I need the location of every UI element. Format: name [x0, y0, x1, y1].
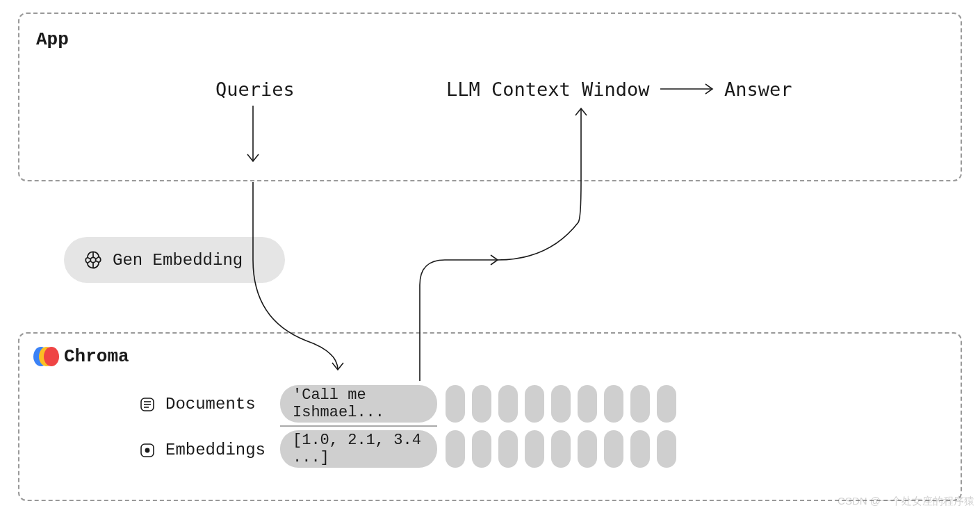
- emb-capsule-4: [525, 430, 544, 468]
- doc-capsule-5: [551, 385, 571, 423]
- chroma-title: Chroma: [33, 346, 129, 367]
- documents-label-text: Documents: [165, 395, 256, 414]
- emb-capsule-5: [551, 430, 571, 468]
- doc-capsule-6: [578, 385, 597, 423]
- documents-row-label: Documents: [139, 395, 256, 414]
- embeddings-row-label: Embeddings: [139, 441, 266, 459]
- gen-embedding-pill: Gen Embedding: [64, 237, 285, 283]
- watermark: CSDN @一个处女座的程序猿: [838, 495, 974, 508]
- emb-capsule-6: [578, 430, 597, 468]
- doc-capsule-3: [498, 385, 518, 423]
- doc-capsule-7: [604, 385, 623, 423]
- emb-capsule-3: [498, 430, 518, 468]
- chroma-icon: [33, 347, 57, 366]
- embedding-sample-pill: [1.0, 2.1, 3.4 ...]: [280, 430, 437, 468]
- emb-capsule-7: [604, 430, 623, 468]
- emb-capsule-8: [630, 430, 650, 468]
- doc-capsule-4: [525, 385, 544, 423]
- doc-capsule-9: [657, 385, 676, 423]
- app-title: App: [36, 29, 69, 50]
- rows-divider: [280, 425, 437, 427]
- app-title-text: App: [36, 29, 69, 50]
- chroma-title-text: Chroma: [64, 346, 129, 367]
- openai-icon: [83, 250, 103, 270]
- gen-embedding-text: Gen Embedding: [113, 251, 243, 270]
- document-sample-text: 'Call me Ishmael...: [293, 386, 425, 421]
- emb-capsule-9: [657, 430, 676, 468]
- document-icon: [139, 396, 156, 413]
- svg-point-0: [90, 257, 95, 262]
- emb-capsule-2: [472, 430, 491, 468]
- embeddings-label-text: Embeddings: [165, 441, 266, 459]
- document-sample-pill: 'Call me Ishmael...: [280, 385, 437, 423]
- queries-label: Queries: [215, 79, 295, 100]
- embedding-icon: [139, 442, 156, 459]
- doc-capsule-2: [472, 385, 491, 423]
- doc-capsule-8: [630, 385, 650, 423]
- embedding-sample-text: [1.0, 2.1, 3.4 ...]: [293, 432, 425, 466]
- svg-point-6: [145, 448, 149, 452]
- llm-label: LLM Context Window: [446, 79, 650, 100]
- emb-capsule-1: [446, 430, 465, 468]
- doc-capsule-1: [446, 385, 465, 423]
- answer-label: Answer: [724, 79, 792, 100]
